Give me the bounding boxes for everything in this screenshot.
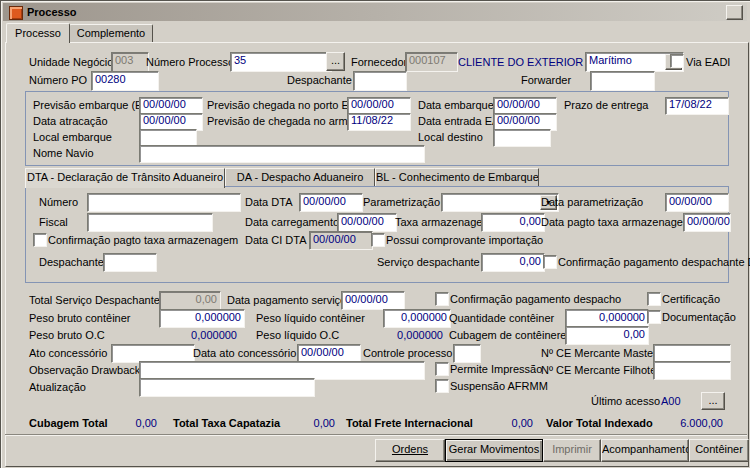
previsao-chegada-porto-label: Previsão chegada no porto ETA xyxy=(207,99,362,111)
controle-processo-label: Controle processo xyxy=(363,347,452,359)
window-title: Processo xyxy=(27,6,77,18)
app-icon xyxy=(9,6,23,20)
certificacao-label: Certificação xyxy=(662,293,720,305)
peso-bruto-oc-value: 0,000000 xyxy=(159,329,237,341)
peso-liquido-conteiner-field[interactable]: 0,000000 xyxy=(383,309,451,328)
via-eadi-checkbox[interactable] xyxy=(670,54,684,68)
despachante-field[interactable] xyxy=(353,71,407,91)
data-pagto-taxa-field[interactable]: 00/00/00 xyxy=(683,213,731,232)
data-pagamento-servico-field[interactable]: 00/00/00 xyxy=(341,291,405,310)
numero-processo-field[interactable]: 35 xyxy=(230,52,332,72)
subtab-bl[interactable]: BL - Conhecimento de Embarque xyxy=(375,168,539,187)
prazo-entrega-label: Prazo de entrega xyxy=(564,99,648,111)
forwarder-field[interactable] xyxy=(590,71,655,91)
confirmacao-pagamento-despacho-label: Confirmação pagamento despacho xyxy=(450,293,621,305)
atualizacao-label: Atualização xyxy=(29,381,86,393)
dta-despachante-label: Despachante xyxy=(39,256,104,268)
parametrizacao-label: Parametrização xyxy=(363,196,440,208)
prazo-entrega-field[interactable]: 17/08/22 xyxy=(665,97,729,115)
ce-mercante-master-label: Nº CE Mercante Master xyxy=(541,347,657,359)
data-parametrizacao-label: Data parametrização xyxy=(541,196,643,208)
subtab-dta[interactable]: DTA - Declaração de Trânsito Aduaneiro xyxy=(25,168,225,188)
confirmacao-pagto-taxa-label: Confirmação pagto taxa armazenagem xyxy=(48,234,238,246)
data-atracacao-label: Data atracação xyxy=(33,115,108,127)
numero-processo-browse-button[interactable]: ... xyxy=(326,52,345,71)
peso-liquido-oc-value: 0,000000 xyxy=(383,329,443,341)
ce-mercante-filhote-field[interactable] xyxy=(653,361,731,380)
suspensao-afrmm-checkbox[interactable] xyxy=(435,379,449,393)
certificacao-checkbox[interactable] xyxy=(647,292,661,306)
data-carregamento-field[interactable]: 00/00/00 xyxy=(337,213,397,232)
ordens-button[interactable]: Ordens xyxy=(375,439,445,462)
local-embarque-label: Local embarque xyxy=(33,131,112,143)
dta-numero-field[interactable] xyxy=(87,193,241,212)
window-control-button[interactable] xyxy=(726,5,743,20)
permite-impressao-checkbox[interactable] xyxy=(435,362,449,376)
confirmacao-pagamento-despacho-checkbox[interactable] xyxy=(435,292,449,306)
separator xyxy=(5,434,747,436)
data-pagamento-servico-label: Data pagamento serviço xyxy=(227,294,346,306)
suspensao-afrmm-label: Suspensão AFRMM xyxy=(450,380,548,392)
total-frete-internacional-value: 0,00 xyxy=(481,417,533,429)
gerar-movimentos-button[interactable]: Gerar Movimentos xyxy=(445,439,543,462)
documentacao-label: Documentação xyxy=(662,311,736,323)
documentacao-checkbox[interactable] xyxy=(647,310,661,324)
data-ci-dta-field[interactable]: 00/00/00 xyxy=(309,231,373,250)
ato-concessorio-label: Ato concessório xyxy=(29,347,107,359)
cubagem-total-value: 0,00 xyxy=(105,417,157,429)
peso-bruto-conteiner-label: Peso bruto contêiner xyxy=(29,312,131,324)
nome-navio-field[interactable] xyxy=(139,145,425,163)
forwarder-label: Forwarder xyxy=(521,74,571,86)
imprimir-button[interactable]: Imprimir xyxy=(543,439,601,462)
quantidade-conteiner-label: Quantidade contêiner xyxy=(449,312,554,324)
peso-liquido-conteiner-label: Peso líquido contêiner xyxy=(256,312,365,324)
ultimo-acesso-browse-button[interactable]: ... xyxy=(701,392,725,410)
ce-mercante-filhote-label: Nº CE Mercante Filhote xyxy=(541,364,656,376)
unidade-negocio-field[interactable]: 003 xyxy=(111,52,149,72)
confirmacao-pagamento-despachante-checkbox[interactable] xyxy=(543,255,557,269)
servico-despachante-field[interactable]: 0,00 xyxy=(481,253,545,272)
tab-complemento[interactable]: Complemento xyxy=(69,24,153,42)
atualizacao-field[interactable] xyxy=(139,378,315,397)
conteiner-button[interactable]: Contêiner xyxy=(689,439,749,462)
previsao-chegada-armazem-field[interactable]: 11/08/22 xyxy=(347,113,411,131)
data-ci-dta-label: Data CI DTA xyxy=(245,234,307,246)
ultimo-acesso-value: A00 xyxy=(661,395,681,407)
numero-po-field[interactable]: 00280 xyxy=(91,71,159,91)
fornecedor-code-field[interactable]: 000107 xyxy=(405,52,458,72)
taxa-armazenagem-field[interactable]: 0,00 xyxy=(481,213,545,232)
subtab-da[interactable]: DA - Despacho Aduaneiro xyxy=(225,168,375,187)
ultimo-acesso-label: Último acesso xyxy=(591,395,660,407)
peso-bruto-conteiner-field[interactable]: 0,000000 xyxy=(159,309,245,328)
data-ato-concessorio-label: Data ato concessório xyxy=(193,347,296,359)
total-servico-despachante-field[interactable]: 0,00 xyxy=(159,291,221,310)
total-frete-internacional-label: Total Frete Internacional xyxy=(346,417,473,429)
acompanhamento-button[interactable]: Acompanhamento xyxy=(601,439,689,462)
data-embarque-label: Data embarque xyxy=(418,99,494,111)
via-eadi-label: Via EADI xyxy=(686,56,730,68)
valor-total-indexado-value: 6.000,00 xyxy=(653,417,723,429)
dta-despachante-field[interactable] xyxy=(103,253,157,272)
taxa-armazenagem-label: Taxa armazenagem xyxy=(395,216,492,228)
data-dta-field[interactable]: 00/00/00 xyxy=(299,193,363,212)
local-destino-label: Local destino xyxy=(418,131,483,143)
permite-impressao-label: Permite Impressão xyxy=(450,363,542,375)
tab-processo[interactable]: Processo xyxy=(6,23,70,43)
dta-numero-label: Número xyxy=(39,196,78,208)
servico-despachante-label: Serviço despachante xyxy=(377,256,480,268)
fornecedor-name-text: CLIENTE DO EXTERIOR EU xyxy=(458,56,602,68)
possui-comprovante-checkbox[interactable] xyxy=(371,233,385,247)
fiscal-field[interactable] xyxy=(87,213,213,232)
total-taxa-capatazia-value: 0,00 xyxy=(283,417,335,429)
processo-window: Processo Processo Complemento Unidade Ne… xyxy=(0,0,750,468)
nome-navio-label: Nome Navio xyxy=(33,147,94,159)
modal-value: Marítimo xyxy=(589,54,632,66)
total-servico-despachante-label: Total Serviço Despachante xyxy=(29,294,160,306)
controle-processo-field[interactable] xyxy=(453,344,481,363)
cubagem-conteineres-field[interactable]: 0,00 xyxy=(565,326,649,345)
cubagem-total-label: Cubagem Total xyxy=(29,417,108,429)
local-destino-field[interactable] xyxy=(493,129,551,147)
numero-po-label: Número PO xyxy=(29,74,87,86)
confirmacao-pagto-taxa-checkbox[interactable] xyxy=(33,233,47,247)
data-parametrizacao-field[interactable]: 00/00/00 xyxy=(665,193,729,212)
